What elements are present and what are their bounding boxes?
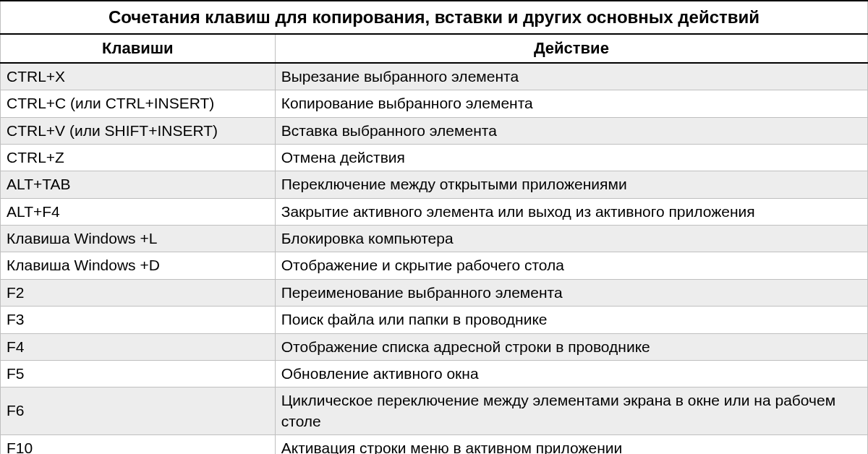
table-row: Клавиша Windows +DОтображение и скрытие … bbox=[1, 252, 868, 279]
table-row: CTRL+ZОтмена действия bbox=[1, 145, 868, 171]
table-row: F5Обновление активного окна bbox=[1, 360, 868, 387]
table-row: F4Отображение списка адресной строки в п… bbox=[1, 333, 868, 360]
cell-action: Вырезание выбранного элемента bbox=[275, 63, 867, 90]
cell-keys: F10 bbox=[1, 434, 276, 454]
table-title: Сочетания клавиш для копирования, вставк… bbox=[1, 1, 868, 34]
table-row: ALT+F4Закрытие активного элемента или вы… bbox=[1, 198, 868, 225]
cell-action: Переключение между открытыми приложениям… bbox=[275, 171, 867, 198]
cell-keys: F5 bbox=[1, 360, 276, 387]
cell-action: Обновление активного окна bbox=[275, 360, 867, 387]
cell-action: Активация строки меню в активном приложе… bbox=[275, 434, 867, 454]
table-row: F6Циклическое переключение между элемент… bbox=[1, 387, 868, 435]
table-row: Клавиша Windows +LБлокировка компьютера bbox=[1, 226, 868, 252]
cell-action: Копирование выбранного элемента bbox=[275, 90, 867, 117]
cell-action: Закрытие активного элемента или выход из… bbox=[275, 198, 867, 225]
cell-keys: F4 bbox=[1, 333, 276, 360]
header-keys: Клавиши bbox=[1, 34, 276, 63]
cell-keys: F2 bbox=[1, 279, 276, 306]
table-row: ALT+TABПереключение между открытыми прил… bbox=[1, 171, 868, 198]
header-action: Действие bbox=[275, 34, 867, 63]
cell-keys: CTRL+Z bbox=[1, 145, 276, 171]
table-row: F3Поиск файла или папки в проводнике bbox=[1, 307, 868, 333]
cell-keys: CTRL+C (или CTRL+INSERT) bbox=[1, 90, 276, 117]
cell-keys: ALT+F4 bbox=[1, 198, 276, 225]
table-header-row: Клавиши Действие bbox=[1, 34, 868, 63]
table-row: F2Переименование выбранного элемента bbox=[1, 279, 868, 306]
cell-keys: CTRL+V (или SHIFT+INSERT) bbox=[1, 117, 276, 144]
cell-action: Отображение списка адресной строки в про… bbox=[275, 333, 867, 360]
cell-keys: ALT+TAB bbox=[1, 171, 276, 198]
cell-keys: F3 bbox=[1, 307, 276, 333]
cell-action: Циклическое переключение между элементам… bbox=[275, 387, 867, 435]
table-title-row: Сочетания клавиш для копирования, вставк… bbox=[1, 1, 868, 34]
table-row: CTRL+V (или SHIFT+INSERT)Вставка выбранн… bbox=[1, 117, 868, 144]
cell-action: Блокировка компьютера bbox=[275, 226, 867, 252]
cell-keys: F6 bbox=[1, 387, 276, 435]
table-row: CTRL+XВырезание выбранного элемента bbox=[1, 63, 868, 90]
cell-action: Отображение и скрытие рабочего стола bbox=[275, 252, 867, 279]
cell-action: Вставка выбранного элемента bbox=[275, 117, 867, 144]
cell-action: Отмена действия bbox=[275, 145, 867, 171]
cell-keys: Клавиша Windows +D bbox=[1, 252, 276, 279]
cell-action: Поиск файла или папки в проводнике bbox=[275, 307, 867, 333]
table-row: CTRL+C (или CTRL+INSERT)Копирование выбр… bbox=[1, 90, 868, 117]
shortcuts-table: Сочетания клавиш для копирования, вставк… bbox=[0, 0, 868, 454]
cell-keys: CTRL+X bbox=[1, 63, 276, 90]
table-row: F10Активация строки меню в активном прил… bbox=[1, 434, 868, 454]
cell-action: Переименование выбранного элемента bbox=[275, 279, 867, 306]
cell-keys: Клавиша Windows +L bbox=[1, 226, 276, 252]
